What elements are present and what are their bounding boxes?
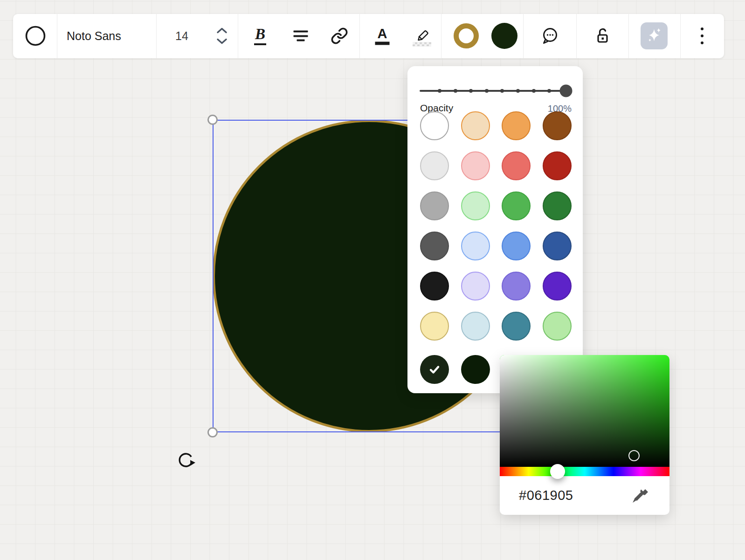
format-toolbar: Noto Sans 14 B A xyxy=(13,14,724,58)
hue-slider[interactable] xyxy=(500,467,669,476)
color-swatch[interactable] xyxy=(420,111,449,140)
color-swatch[interactable] xyxy=(420,272,449,300)
sv-cursor[interactable] xyxy=(628,450,640,461)
opacity-step-dot[interactable] xyxy=(532,89,536,93)
color-swatch[interactable] xyxy=(543,191,572,220)
stroke-color-button[interactable] xyxy=(454,23,479,48)
divider xyxy=(576,14,577,58)
color-swatch[interactable] xyxy=(420,312,449,341)
text-color-label: A xyxy=(378,27,387,41)
color-swatch[interactable] xyxy=(502,232,531,260)
highlight-transparent-bar xyxy=(413,42,431,47)
sparkles-icon xyxy=(644,26,664,46)
divider xyxy=(628,14,629,58)
color-swatch[interactable] xyxy=(543,272,572,300)
color-swatch[interactable] xyxy=(420,232,449,260)
bold-underline xyxy=(254,43,266,45)
link-button[interactable] xyxy=(331,27,348,45)
font-family-selector[interactable]: Noto Sans xyxy=(67,29,121,43)
color-swatch[interactable] xyxy=(461,312,490,341)
ai-assist-button[interactable] xyxy=(641,22,668,49)
opacity-step-dot[interactable] xyxy=(547,89,551,93)
fill-color-swatch xyxy=(491,23,517,49)
comment-button[interactable] xyxy=(539,26,560,46)
opacity-step-dot[interactable] xyxy=(454,89,457,93)
hex-row: #061905 xyxy=(500,476,669,515)
color-swatch[interactable] xyxy=(461,111,490,140)
font-size-input[interactable]: 14 xyxy=(175,29,188,43)
text-color-button[interactable]: A xyxy=(375,27,390,45)
recent-swatch-row xyxy=(420,355,490,384)
eyedropper-button[interactable] xyxy=(629,485,650,506)
opacity-slider-knob[interactable] xyxy=(560,85,573,97)
divider xyxy=(680,14,681,58)
hex-color-input[interactable]: #061905 xyxy=(519,488,573,503)
font-size-stepper[interactable] xyxy=(216,27,228,45)
eyedropper-icon xyxy=(629,485,650,506)
recent-color-swatch[interactable] xyxy=(461,355,490,384)
color-swatch[interactable] xyxy=(461,151,490,180)
swatch-grid xyxy=(420,111,572,341)
color-swatch[interactable] xyxy=(543,232,572,260)
color-picker-panel: Opacity 100% xyxy=(407,66,583,393)
opacity-step-dot[interactable] xyxy=(500,89,504,93)
chevron-down-icon[interactable] xyxy=(216,38,228,45)
more-options-button[interactable] xyxy=(701,27,704,44)
color-swatch[interactable] xyxy=(502,151,531,180)
highlighter-icon xyxy=(414,26,430,41)
divider xyxy=(238,14,238,58)
opacity-step-dot[interactable] xyxy=(516,89,520,93)
color-swatch[interactable] xyxy=(543,151,572,180)
highlight-color-button[interactable] xyxy=(413,26,431,47)
selected-color-swatch[interactable] xyxy=(420,355,449,384)
text-align-icon xyxy=(294,31,308,41)
color-swatch[interactable] xyxy=(502,191,531,220)
bold-button[interactable]: B xyxy=(254,27,266,45)
ai-button-background xyxy=(641,22,668,49)
divider xyxy=(359,14,360,58)
rotate-icon xyxy=(175,449,196,471)
resize-handle-bottom-left[interactable] xyxy=(207,427,218,437)
bold-label: B xyxy=(255,27,265,42)
divider xyxy=(441,14,441,58)
color-swatch[interactable] xyxy=(543,312,572,341)
color-swatch[interactable] xyxy=(461,232,490,260)
color-swatch[interactable] xyxy=(502,272,531,300)
custom-color-popup: #061905 xyxy=(500,355,669,515)
color-swatch[interactable] xyxy=(502,312,531,341)
shape-tool-button[interactable] xyxy=(25,25,46,47)
divider xyxy=(156,14,157,58)
divider xyxy=(523,14,524,58)
rotate-handle[interactable] xyxy=(175,449,196,471)
opacity-step-dot[interactable] xyxy=(469,89,473,93)
color-swatch[interactable] xyxy=(420,151,449,180)
chevron-up-icon[interactable] xyxy=(216,27,228,34)
color-swatch[interactable] xyxy=(502,111,531,140)
resize-handle-top-left[interactable] xyxy=(207,115,218,125)
unlocked-padlock-icon xyxy=(592,26,613,46)
saturation-value-area[interactable] xyxy=(500,355,669,467)
circle-icon xyxy=(25,25,46,47)
lock-button[interactable] xyxy=(592,26,613,46)
fill-color-button[interactable] xyxy=(491,23,517,49)
speech-bubble-icon xyxy=(539,26,560,46)
kebab-menu-icon xyxy=(701,27,704,44)
opacity-step-dot[interactable] xyxy=(485,89,489,93)
color-swatch[interactable] xyxy=(461,191,490,220)
opacity-slider-track[interactable] xyxy=(420,90,566,92)
color-swatch[interactable] xyxy=(420,191,449,220)
check-icon xyxy=(427,362,442,377)
stroke-color-swatch xyxy=(454,23,479,48)
text-color-bar xyxy=(375,42,390,45)
color-swatch[interactable] xyxy=(461,272,490,300)
divider xyxy=(57,14,57,58)
text-align-button[interactable] xyxy=(294,31,308,41)
opacity-step-dot[interactable] xyxy=(438,89,441,93)
link-icon xyxy=(331,27,348,45)
color-swatch[interactable] xyxy=(543,111,572,140)
